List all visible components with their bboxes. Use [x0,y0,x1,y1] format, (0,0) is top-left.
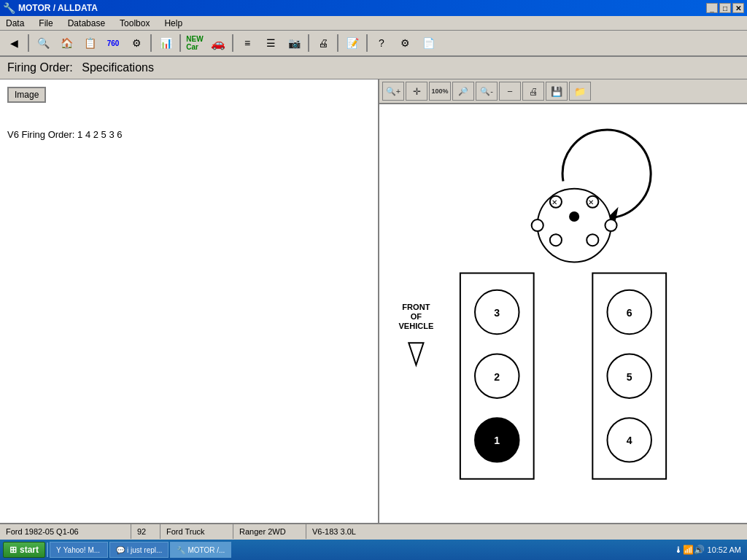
zoom-rect-in-button[interactable]: 🔎 [452,82,474,101]
svg-point-6 [587,234,598,246]
toolbar-separator3 [179,34,181,52]
status-bar: Ford 1982-05 Q1-06 92 Ford Truck Ranger … [0,523,747,539]
settings-button[interactable]: ⚙ [394,33,416,53]
title-bar: 🔧 MOTOR / ALLDATA _ □ ✕ [0,0,747,16]
maximize-button[interactable]: □ [719,3,731,13]
main-toolbar: ◀ 🔍 🏠 📋 760 ⚙ 📊 NEWCar 🚗 ≡ ☰ 📷 🖨 📝 ? ⚙ 📄 [0,31,747,57]
report-button[interactable]: 📄 [417,33,439,53]
svg-point-5 [550,234,562,246]
menu-bar: Data File Database Toolbox Help [0,16,747,31]
svg-marker-14 [409,343,423,365]
svg-text:6: 6 [627,307,632,319]
taskbar-tray: 🌡📶🔊 10:52 AM [674,545,744,555]
taskbar-motor[interactable]: 🔧 MOTOR /... [170,542,231,558]
toolbar-separator6 [337,34,338,52]
zoom-in-button[interactable]: 🔍+ [382,82,404,101]
start-icon: ⊞ [9,545,17,555]
print-button[interactable]: 📋 [79,33,101,53]
svg-text:1: 1 [494,435,500,446]
toolbar-separator2 [150,34,152,52]
page-title-section: Specifications [82,61,154,74]
svg-text:4: 4 [627,435,632,446]
window-controls: _ □ ✕ [706,3,744,13]
svg-text:OF: OF [411,312,422,321]
taskbar-yahoo[interactable]: Y Yahoo! M... [50,542,108,558]
app-icon: 🔧 [3,2,15,14]
menu-data[interactable]: Data [3,17,27,30]
image-button[interactable]: Image [7,87,46,103]
svg-text:2: 2 [494,371,500,383]
svg-point-7 [532,219,543,231]
save-diagram-button[interactable]: 💾 [546,82,568,101]
title-bar-text: MOTOR / ALLDATA [18,3,98,13]
left-panel: Image V6 Firing Order: 1 4 2 5 3 6 [0,79,379,523]
yahoo-icon: Y [56,546,61,554]
svg-text:FRONT: FRONT [402,303,430,311]
svg-point-1 [538,189,611,262]
diagram-area: ✕ ✕ FRONT OF VEHICLE 3 2 1 [379,104,747,523]
camera-button[interactable]: 📷 [283,33,305,53]
print-diagram-button[interactable]: 🖨 [522,82,544,101]
diagram-toolbar: 🔍+ ✛ 100% 🔎 🔍- − 🖨 💾 📁 [379,79,747,104]
zoom-100-button[interactable]: 100% [429,82,451,101]
minimize-button[interactable]: _ [706,3,718,13]
help-button[interactable]: ? [371,33,392,53]
start-label: start [20,545,39,555]
toolbar-separator4 [232,34,233,52]
svg-text:3: 3 [494,307,500,319]
right-panel: 🔍+ ✛ 100% 🔎 🔍- − 🖨 💾 📁 [379,79,747,523]
home-button[interactable]: 🏠 [55,33,77,53]
status-vehicle-info: Ford 1982-05 Q1-06 [0,524,131,539]
svg-text:✕: ✕ [551,198,557,206]
back-button[interactable]: ◀ [3,33,25,53]
main-content: Image V6 Firing Order: 1 4 2 5 3 6 🔍+ ✛ … [0,79,747,523]
svg-text:✕: ✕ [588,198,594,206]
search-button[interactable]: 🔍 [32,33,54,53]
list-button[interactable]: ≡ [236,33,258,53]
taskbar-repl[interactable]: 💬 i just repl... [109,542,169,558]
status-engine: V6-183 3.0L [306,524,394,539]
note-button[interactable]: 📝 [341,33,363,53]
pan-button[interactable]: ✛ [406,82,427,101]
menu-file[interactable]: File [36,17,55,30]
status-model: Ranger 2WD [233,524,306,539]
svg-text:VEHICLE: VEHICLE [398,322,433,330]
new-car-button[interactable]: NEWCar [184,33,206,53]
status-code: 92 [131,524,160,539]
page-title-bar: Firing Order: Specifications [0,57,747,79]
status-category: Ford Truck [160,524,233,539]
start-button[interactable]: ⊞ start [3,542,45,558]
svg-text:5: 5 [627,371,632,383]
svg-point-8 [605,219,616,231]
menu-help[interactable]: Help [161,17,185,30]
printer-button[interactable]: 🖨 [312,33,334,53]
taskbar-separator [47,542,48,557]
svg-point-2 [569,211,579,222]
menu-database[interactable]: Database [65,17,108,30]
close-button[interactable]: ✕ [732,3,744,13]
taskbar: ⊞ start Y Yahoo! M... 💬 i just repl... 🔧… [0,540,747,560]
toolbar-separator7 [366,34,368,52]
save-diagram2-button[interactable]: 📁 [569,82,591,101]
firing-order-text: V6 Firing Order: 1 4 2 5 3 6 [7,126,371,143]
toolbar-separator5 [308,34,309,52]
tray-icons: 🌡📶🔊 [674,545,705,555]
toolbar-separator [28,34,29,52]
extra-button[interactable]: ⚙ [125,33,147,53]
car-button[interactable]: 🚗 [207,33,229,53]
tray-time: 10:52 AM [708,545,741,554]
repl-icon: 💬 [116,546,125,554]
page-title-prefix: Firing Order: [7,61,73,74]
diagram-button[interactable]: 📊 [155,33,177,53]
motor-icon: 🔧 [177,546,185,554]
menu-toolbox[interactable]: Toolbox [117,17,152,30]
speed-button[interactable]: 760 [102,33,124,53]
list2-button[interactable]: ☰ [260,33,282,53]
firing-order-diagram: ✕ ✕ FRONT OF VEHICLE 3 2 1 [379,104,747,523]
zoom-out-button[interactable]: − [499,82,521,101]
zoom-rect-out-button[interactable]: 🔍- [476,82,498,101]
